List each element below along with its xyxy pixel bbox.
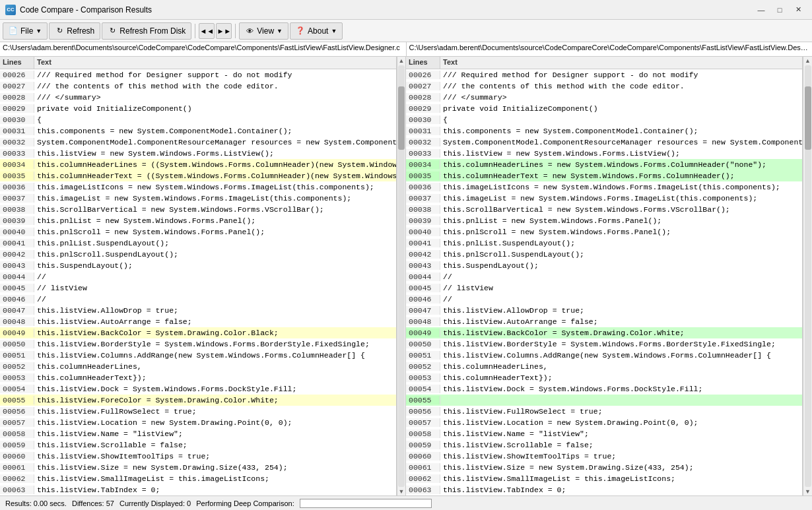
refresh-from-disk-label: Refresh From Disk — [119, 26, 186, 36]
table-row: 00062 this.listView.SmallImageList = thi… — [0, 473, 396, 484]
about-button[interactable]: ❓ About ▼ — [290, 22, 343, 40]
table-row: 00045 // listView — [406, 282, 802, 294]
line-code: this.listView.AutoArrange = false; — [34, 317, 396, 326]
table-row: 00041 this.pnlList.SuspendLayout(); — [406, 238, 802, 249]
close-button[interactable]: ✕ — [790, 3, 807, 16]
table-row: 00028 /// </summary> — [0, 92, 396, 103]
left-scrollbar[interactable]: ▲ ▼ — [397, 57, 406, 495]
line-number: 00049 — [406, 329, 440, 337]
table-row: 00041 this.pnlList.SuspendLayout(); — [0, 238, 396, 249]
table-row: 00046 // — [406, 294, 802, 305]
table-row: 00039 this.pnlList = new System.Windows.… — [0, 215, 396, 226]
refresh-from-disk-button[interactable]: ↻ Refresh From Disk — [102, 22, 191, 40]
left-diff-content[interactable]: 00026 /// Required method for Designer s… — [0, 69, 396, 495]
line-code: this.listView.ForeColor = System.Drawing… — [34, 396, 396, 404]
table-row: 00036 this.imageListIcons = new System.W… — [0, 181, 396, 193]
line-number: 00043 — [0, 261, 34, 270]
line-code: /// Required method for Designer support… — [440, 71, 802, 79]
table-row: 00050 this.listView.BorderStyle = System… — [0, 338, 396, 350]
line-number: 00052 — [406, 362, 440, 371]
table-row: 00027 /// the contents of this method wi… — [0, 80, 396, 92]
line-number: 00028 — [0, 93, 34, 102]
right-scrollbar[interactable]: ▲ ▼ — [803, 57, 812, 495]
about-dropdown-icon: ▼ — [331, 28, 337, 34]
line-code: this.pnlScroll.SuspendLayout(); — [440, 250, 802, 259]
table-row: 00029 private void InitializeComponent() — [406, 103, 802, 114]
line-number: 00036 — [406, 183, 440, 191]
line-number: 00026 — [406, 71, 440, 79]
right-diff-header: Lines Text — [406, 57, 802, 69]
line-number: 00052 — [0, 362, 34, 371]
view-button[interactable]: 👁 View ▼ — [239, 22, 288, 40]
nav-back-button[interactable]: ◄◄ — [199, 23, 215, 39]
table-row: 00043 this.SuspendLayout(); — [0, 260, 396, 271]
table-row: 00063 this.listView.TabIndex = 0; — [406, 484, 802, 495]
status-progress-bar — [300, 499, 432, 508]
line-number: 00026 — [0, 71, 34, 79]
path-bars: C:\Users\adam.berent\Documents\source\Co… — [0, 42, 812, 57]
refresh-icon: ↻ — [55, 26, 64, 36]
table-row: 00044 // — [0, 271, 396, 282]
table-row: 00040 this.pnlScroll = new System.Window… — [406, 226, 802, 238]
line-code: this.pnlScroll.SuspendLayout(); — [34, 250, 396, 259]
line-code: this.listView.TabIndex = 0; — [34, 486, 396, 494]
line-number: 00062 — [406, 474, 440, 483]
title-bar: CC Code Compare - Comparison Results — □… — [0, 0, 812, 20]
table-row: 00037 this.imageList = new System.Window… — [0, 193, 396, 204]
line-number: 00036 — [0, 183, 34, 191]
status-results: Results: 0.00 secs. — [5, 499, 67, 507]
toolbar: 📄 File ▼ ↻ Refresh ↻ Refresh From Disk ◄… — [0, 20, 812, 42]
line-code: this.SuspendLayout(); — [34, 261, 396, 270]
line-code: this.imageListIcons = new System.Windows… — [440, 183, 802, 191]
line-number: 00053 — [0, 373, 34, 382]
line-number: 00062 — [0, 474, 34, 483]
line-number: 00058 — [406, 430, 440, 438]
table-row: 00045 // listView — [0, 282, 396, 294]
line-code: this.listView.Scrollable = false; — [34, 441, 396, 449]
view-label: View — [257, 26, 274, 36]
line-number: 00048 — [406, 317, 440, 326]
table-row: 00032 System.ComponentModel.ComponentRes… — [406, 137, 802, 148]
line-code: private void InitializeComponent() — [34, 104, 396, 113]
line-number: 00043 — [406, 261, 440, 270]
line-number: 00058 — [0, 430, 34, 438]
line-number: 00059 — [406, 441, 440, 449]
table-row: 00051 this.listView.Columns.AddRange(new… — [406, 350, 802, 361]
line-number: 00050 — [0, 340, 34, 348]
line-code: this.columnHeaderText = ((System.Windows… — [34, 172, 396, 180]
line-code: this.columnHeaderLines = ((System.Window… — [34, 160, 396, 169]
left-lines-header: Lines — [0, 57, 34, 69]
line-code: { — [440, 115, 802, 124]
table-row: 00059 this.listView.Scrollable = false; — [0, 439, 396, 451]
refresh-button[interactable]: ↻ Refresh — [49, 22, 100, 40]
line-code: // — [34, 295, 396, 303]
line-code: this.components = new System.ComponentMo… — [34, 127, 396, 135]
table-row: 00046 // — [0, 294, 396, 305]
line-code: this.listView.SmallImageList = this.imag… — [34, 474, 396, 483]
line-number: 00038 — [406, 205, 440, 214]
table-row: 00048 this.listView.AutoArrange = false; — [0, 316, 396, 327]
left-path-bar: C:\Users\adam.berent\Documents\source\Co… — [0, 42, 407, 56]
nav-forward-button[interactable]: ►► — [216, 23, 232, 39]
line-code: this.ScrollBarVertical = new System.Wind… — [34, 205, 396, 214]
table-row: 00026 /// Required method for Designer s… — [406, 69, 802, 80]
table-row: 00035 this.columnHeaderText = ((System.W… — [0, 170, 396, 181]
table-row: 00048 this.listView.AutoArrange = false; — [406, 316, 802, 327]
line-number: 00053 — [406, 373, 440, 382]
line-number: 00054 — [0, 385, 34, 393]
minimize-button[interactable]: — — [753, 3, 770, 16]
line-code: this.listView.TabIndex = 0; — [440, 486, 802, 494]
table-row: 00049 this.listView.BackColor = System.D… — [406, 327, 802, 338]
right-diff-panel: Lines Text 00026 /// Required method for… — [406, 57, 803, 495]
right-diff-content[interactable]: 00026 /// Required method for Designer s… — [406, 69, 802, 495]
table-row: 00036 this.imageListIcons = new System.W… — [406, 181, 802, 193]
line-number: 00040 — [406, 228, 440, 236]
line-code: this.imageList = new System.Windows.Form… — [440, 194, 802, 203]
toolbar-sep-1 — [195, 24, 195, 38]
maximize-button[interactable]: □ — [771, 3, 788, 16]
table-row: 00033 this.listView = new System.Windows… — [0, 148, 396, 159]
line-number: 00030 — [406, 115, 440, 124]
file-button[interactable]: 📄 File ▼ — [3, 22, 48, 40]
line-code: this.pnlList.SuspendLayout(); — [440, 239, 802, 247]
line-code: this.listView.BorderStyle = System.Windo… — [34, 340, 396, 348]
